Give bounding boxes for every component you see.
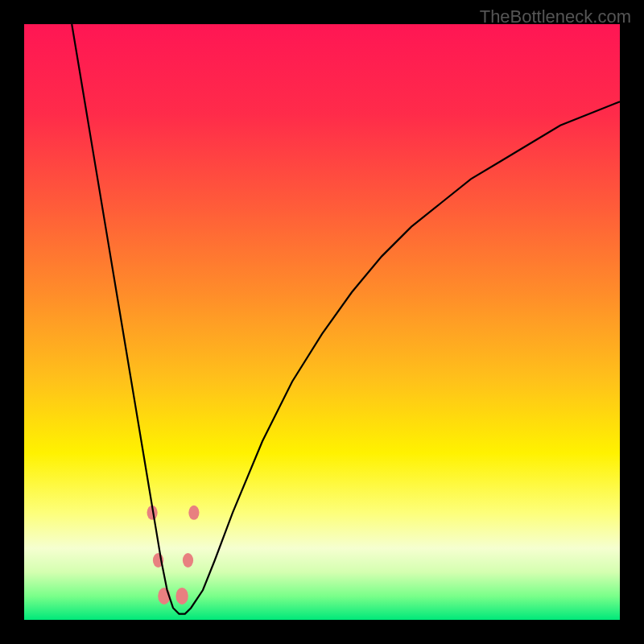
curve-layer [24,24,620,620]
watermark-text: TheBottleneck.com [480,6,631,27]
marker-dot [183,553,193,568]
marker-dot [175,588,188,605]
plot-area [24,24,620,620]
bottleneck-curve [72,24,620,614]
marker-dot [188,506,199,520]
